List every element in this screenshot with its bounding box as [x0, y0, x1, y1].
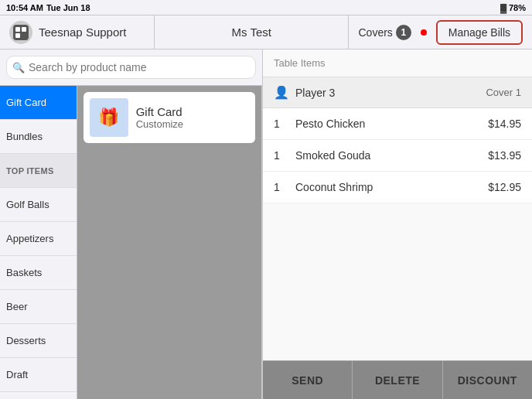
delete-button[interactable]: DELETE	[353, 361, 442, 399]
sidebar-item-gift-card[interactable]: Gift Card	[0, 86, 77, 120]
covers-label: Covers	[358, 26, 392, 39]
left-content: Gift Card Bundles TOP ITEMS Golf Balls A…	[0, 86, 262, 399]
table-row[interactable]: 1 Pesto Chicken $14.95	[263, 108, 532, 140]
search-input[interactable]	[6, 56, 256, 79]
gift-card-name: Gift Card	[136, 105, 249, 118]
order-qty: 1	[274, 181, 286, 193]
send-button[interactable]: SEND	[263, 361, 353, 399]
gift-card-image: 🎁	[90, 98, 128, 137]
order-price: $13.95	[488, 149, 521, 162]
battery-icon: ▓ 78%	[500, 3, 526, 12]
search-icon: 🔍	[12, 62, 25, 73]
player-name: Player 3	[295, 87, 335, 99]
table-name: Ms Test	[155, 15, 349, 49]
status-bar: 10:54 AM Tue Jun 18 ▓ 78%	[0, 0, 532, 15]
status-date: Tue Jun 18	[46, 3, 90, 12]
action-bar: SEND DELETE DISCOUNT	[263, 360, 532, 399]
search-wrapper: 🔍	[6, 56, 256, 79]
order-price: $14.95	[488, 118, 521, 130]
table-row[interactable]: 1 Coconut Shrimp $12.95	[263, 172, 532, 203]
sidebar-item-golf-menu[interactable]: Golf Menu	[0, 392, 77, 399]
gift-card-product[interactable]: 🎁 Gift Card Customize	[84, 92, 255, 143]
app-icon	[9, 21, 32, 44]
order-list: 1 Pesto Chicken $14.95 1 Smoked Gouda $1…	[263, 108, 532, 360]
order-qty: 1	[274, 149, 286, 162]
covers-count: 1	[396, 25, 411, 40]
gift-card-info: Gift Card Customize	[136, 105, 249, 130]
search-area: 🔍	[0, 49, 262, 86]
player-row: 👤 Player 3 Cover 1	[263, 77, 532, 108]
alert-dot	[421, 29, 427, 36]
covers-badge: Covers 1	[358, 25, 411, 40]
discount-button[interactable]: DISCOUNT	[443, 361, 532, 399]
svg-rect-2	[22, 27, 26, 32]
player-icon: 👤	[274, 85, 289, 100]
svg-rect-1	[15, 27, 20, 32]
cover-label: Cover 1	[486, 87, 521, 98]
order-name: Pesto Chicken	[295, 118, 488, 130]
sidebar-item-appetizers[interactable]: Appetizers	[0, 222, 77, 256]
status-time: 10:54 AM	[6, 3, 43, 12]
table-items-header: Table Items	[263, 49, 532, 77]
order-name: Smoked Gouda	[295, 149, 488, 162]
sidebar-item-bundles[interactable]: Bundles	[0, 120, 77, 154]
main-layout: 🔍 Gift Card Bundles TOP ITEMS Golf Balls…	[0, 49, 532, 399]
header-right: Covers 1 Manage Bills	[349, 15, 532, 49]
player-info: 👤 Player 3	[274, 85, 335, 100]
company-name: Teesnap Support	[39, 26, 126, 39]
status-left: 10:54 AM Tue Jun 18	[6, 3, 90, 12]
sidebar-item-draft[interactable]: Draft	[0, 358, 77, 392]
sidebar-item-golf-balls[interactable]: Golf Balls	[0, 188, 77, 222]
order-qty: 1	[274, 118, 286, 130]
product-grid: 🎁 Gift Card Customize	[77, 86, 262, 399]
svg-rect-3	[15, 33, 20, 38]
sidebar-item-top-items: TOP ITEMS	[0, 154, 77, 188]
header: Teesnap Support Ms Test Covers 1 Manage …	[0, 15, 532, 49]
order-name: Coconut Shrimp	[295, 181, 488, 193]
order-price: $12.95	[488, 181, 521, 193]
sidebar-item-desserts[interactable]: Desserts	[0, 324, 77, 358]
manage-bills-button[interactable]: Manage Bills	[436, 20, 523, 45]
svg-rect-0	[13, 25, 29, 40]
header-left: Teesnap Support	[0, 15, 155, 49]
status-right: ▓ 78%	[500, 3, 526, 12]
sidebar: Gift Card Bundles TOP ITEMS Golf Balls A…	[0, 86, 77, 399]
sidebar-item-beer[interactable]: Beer	[0, 290, 77, 324]
left-panel: 🔍 Gift Card Bundles TOP ITEMS Golf Balls…	[0, 49, 263, 399]
gift-card-sub: Customize	[136, 118, 249, 130]
table-row[interactable]: 1 Smoked Gouda $13.95	[263, 140, 532, 172]
right-panel: Table Items 👤 Player 3 Cover 1 1 Pesto C…	[263, 49, 532, 399]
sidebar-item-baskets[interactable]: Baskets	[0, 256, 77, 290]
